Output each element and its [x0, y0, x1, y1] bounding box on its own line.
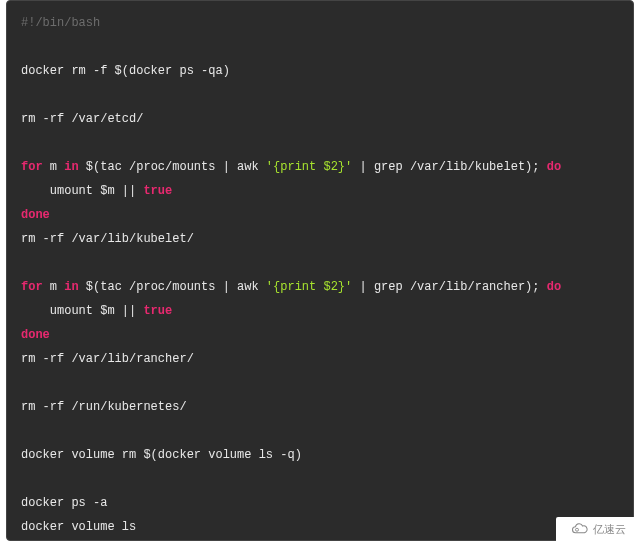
for2-iter-a: $(tac /proc/mounts | awk [79, 280, 266, 294]
kw-do: do [547, 280, 561, 294]
line-vol-ls: docker volume ls [21, 520, 136, 534]
for2-var: m [43, 280, 65, 294]
code-block: #!/bin/bash docker rm -f $(docker ps -qa… [6, 0, 634, 541]
kw-in: in [64, 280, 78, 294]
for1-body-a: umount $m || [21, 184, 143, 198]
awk-string: '{print $2}' [266, 280, 352, 294]
line-done1: done [21, 208, 50, 222]
line-rm-kubelet: rm -rf /var/lib/kubelet/ [21, 232, 194, 246]
for1-iter-a: $(tac /proc/mounts | awk [79, 160, 266, 174]
line-for2-head: for m in $(tac /proc/mounts | awk '{prin… [21, 280, 561, 294]
for2-body-a: umount $m || [21, 304, 143, 318]
kw-for: for [21, 160, 43, 174]
line-for2-body: umount $m || true [21, 304, 172, 318]
kw-do: do [547, 160, 561, 174]
line-docker-rm: docker rm -f $(docker ps -qa) [21, 64, 230, 78]
svg-point-0 [575, 528, 578, 531]
kw-in: in [64, 160, 78, 174]
kw-for: for [21, 280, 43, 294]
shebang-line: #!/bin/bash [21, 16, 100, 30]
watermark: 亿速云 [556, 517, 640, 541]
line-done2: done [21, 328, 50, 342]
awk-string: '{print $2}' [266, 160, 352, 174]
code-content: #!/bin/bash docker rm -f $(docker ps -qa… [21, 11, 619, 539]
kw-true: true [143, 304, 172, 318]
watermark-text: 亿速云 [593, 522, 626, 537]
line-vol-rm: docker volume rm $(docker volume ls -q) [21, 448, 302, 462]
for2-iter-b: | grep /var/lib/rancher); [352, 280, 546, 294]
for1-iter-b: | grep /var/lib/kubelet); [352, 160, 546, 174]
line-ps-a: docker ps -a [21, 496, 107, 510]
kw-true: true [143, 184, 172, 198]
line-rm-rancher: rm -rf /var/lib/rancher/ [21, 352, 194, 366]
line-rm-etcd: rm -rf /var/etcd/ [21, 112, 143, 126]
for1-var: m [43, 160, 65, 174]
line-rm-k8s: rm -rf /run/kubernetes/ [21, 400, 187, 414]
cloud-icon [571, 523, 589, 535]
line-for1-body: umount $m || true [21, 184, 172, 198]
line-for1-head: for m in $(tac /proc/mounts | awk '{prin… [21, 160, 561, 174]
